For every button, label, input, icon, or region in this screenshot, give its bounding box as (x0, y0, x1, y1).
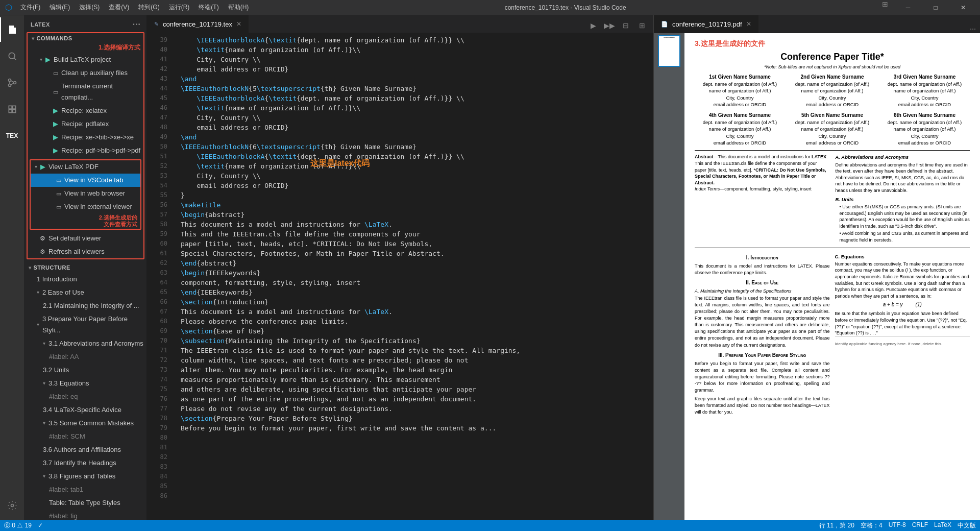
struct-label-fig[interactable]: #label: fig (24, 510, 146, 520)
pdf-tab-bar: 📄 conference_101719.pdf ✕ ⋯ (654, 15, 980, 33)
pdf-thumbnail-1[interactable]: Conference Paper (658, 35, 680, 67)
view-vscode-icon: ▭ (56, 175, 61, 186)
struct-label-tab1[interactable]: #label: tab1 (24, 483, 146, 496)
minimize-button[interactable]: ─ (896, 0, 920, 15)
view-latex-item[interactable]: ▾ ▶ View LaTeX PDF (31, 160, 140, 174)
title-bar: ⬡ 文件(F) 编辑(E) 选择(S) 查看(V) 转到(G) 运行(R) 终端… (0, 0, 980, 15)
menu-run[interactable]: 运行(R) (165, 3, 194, 12)
pdf-col-right: C. Equations Number equations consecutiv… (835, 251, 970, 418)
menu-view[interactable]: 查看(V) (105, 3, 133, 12)
structure-section-label[interactable]: ▾ STRUCTURE (24, 262, 146, 273)
pdf-subtitle: *Note: Sub-titles are not captured in Xp… (695, 64, 970, 69)
struct-abbreviations[interactable]: ▾ 3.1 Abbreviations and Acronyms (24, 337, 146, 350)
activity-settings[interactable] (0, 493, 24, 518)
view-web-item[interactable]: ▶ ▭ View in web browser (31, 187, 140, 200)
struct-authors[interactable]: 3.6 Authors and Affiliations (24, 443, 146, 456)
struct-common-mistakes[interactable]: ▾ 3.5 Some Common Mistakes (24, 417, 146, 430)
status-right: 行 11，第 20 空格：4 UTF-8 CRLF LaTeX 中文版 (819, 521, 976, 530)
pdf-abstract-left: Abstract—This document is a model and in… (695, 154, 829, 244)
activity-extensions[interactable] (0, 97, 24, 122)
compile-all-button[interactable]: ▶▶ (602, 18, 617, 33)
editor-area: ✎ conference_101719.tex ✕ ▶ ▶▶ ⊟ ⊞ 39404… (147, 15, 653, 520)
pdf-more-icon[interactable]: ⋯ (970, 26, 976, 33)
sidebar-more-icon[interactable]: ⋯ (132, 19, 141, 29)
git-branch[interactable]: ⓪ 0 △ 19 (4, 521, 32, 530)
cmd-pdf-bib[interactable]: ▶ ▶ Recipe: pdf->bib->pdf->pdf (28, 144, 143, 157)
menu-help[interactable]: 帮助(H) (224, 3, 253, 12)
pdf-icon: 📄 (661, 21, 668, 28)
view-vscode-item[interactable]: ▶ ▭ View in VSCode tab (31, 174, 140, 187)
pdf-author-3: 3rd Given Name Surname dept. name of org… (879, 74, 970, 108)
struct-units[interactable]: 3.2 Units (24, 364, 146, 377)
cmd-xelatex[interactable]: ▶ ▶ Recipe: xelatex (28, 104, 143, 117)
locale[interactable]: 中文版 (958, 521, 976, 530)
line-ending[interactable]: CRLF (912, 521, 928, 530)
refresh-all-item[interactable]: ⚙ Refresh all viewers (28, 245, 143, 258)
pdf-tab[interactable]: 📄 conference_101719.pdf ✕ (654, 15, 758, 33)
commands-annotation-box: ▾ COMMANDS 1.选择编译方式 ▾ ▶ Build LaTeX proj… (27, 32, 144, 259)
pdf-close-icon[interactable]: ✕ (746, 20, 751, 28)
indentation[interactable]: 空格：4 (861, 521, 883, 530)
cmd-cleanup[interactable]: ▶ ▭ Clean up auxiliary files (28, 66, 143, 80)
menu-select[interactable]: 选择(S) (75, 3, 104, 12)
layout-icon[interactable]: ⊞ (878, 0, 892, 15)
view-external-icon: ▭ (56, 201, 61, 212)
close-button[interactable]: ✕ (951, 0, 975, 15)
tex-tab[interactable]: ✎ conference_101719.tex ✕ (147, 15, 249, 33)
pdf-authors-row1: 1st Given Name Surname dept. name of org… (695, 74, 970, 108)
tex-close-icon[interactable]: ✕ (236, 20, 241, 28)
menu-file[interactable]: 文件(F) (16, 3, 44, 12)
svg-rect-11 (12, 106, 15, 109)
layout-button[interactable]: ⊞ (635, 18, 649, 33)
view-latex-icon: ▶ (40, 161, 45, 173)
struct-label-aa[interactable]: #label: AA (24, 350, 146, 364)
commands-section-label[interactable]: ▾ COMMANDS (28, 33, 143, 43)
pdf-author-5: 5th Given Name Surname dept. name of org… (787, 112, 877, 146)
struct-label-eq[interactable]: #label: eq (24, 390, 146, 403)
activity-source-control[interactable] (0, 70, 24, 95)
activity-search[interactable] (0, 44, 24, 68)
activity-explorer[interactable] (0, 17, 24, 42)
encoding[interactable]: UTF-8 (889, 521, 906, 530)
cmd-pdflatex[interactable]: ▶ ▶ Recipe: pdflatex (28, 117, 143, 131)
struct-figures[interactable]: ▾ 3.8 Figures and Tables (24, 470, 146, 483)
menu-terminal[interactable]: 终端(T) (194, 3, 223, 12)
struct-table-type[interactable]: Table: Table Type Styles (24, 496, 146, 510)
refresh-all-icon: ⚙ (40, 246, 45, 257)
struct-introduction[interactable]: 1 Introduction (24, 273, 146, 286)
cmd-terminate[interactable]: ▶ ▭ Terminate current compilati... (28, 80, 143, 104)
struct-label-scm[interactable]: #label: SCM (24, 430, 146, 443)
view-annotation-box: ▾ ▶ View LaTeX PDF ▶ ▭ View in VSCode ta… (30, 159, 141, 230)
svg-point-14 (11, 504, 13, 507)
struct-ease-of-use[interactable]: ▾ 2 Ease of Use (24, 286, 146, 299)
activity-tex[interactable]: TEX (0, 124, 24, 148)
tab-actions: ▶ ▶▶ ⊟ ⊞ (586, 18, 653, 33)
svg-line-3 (14, 58, 16, 60)
view-web-icon: ▭ (56, 188, 61, 199)
split-editor-button[interactable]: ⊟ (619, 18, 633, 33)
structure-arrow: ▾ (29, 265, 32, 271)
cmd-xe-bib[interactable]: ▶ ▶ Recipe: xe->bib->xe->xe (28, 131, 143, 144)
compile-button[interactable]: ▶ (586, 18, 600, 33)
set-default-item[interactable]: ⚙ Set default viewer (28, 232, 143, 245)
ease-arrow: ▾ (37, 287, 39, 298)
svg-point-5 (8, 84, 11, 87)
language-mode[interactable]: LaTeX (934, 521, 951, 530)
menu-edit[interactable]: 编辑(E) (45, 3, 74, 12)
struct-headings[interactable]: 3.7 Identify the Headings (24, 456, 146, 470)
title-bar-left: ⬡ 文件(F) 编辑(E) 选择(S) 查看(V) 转到(G) 运行(R) 终端… (5, 3, 253, 12)
pdf-author-6: 6th Given Name Surname dept. name of org… (879, 112, 970, 146)
struct-prepare[interactable]: ▾ 3 Prepare Your Paper Before Styli... (24, 312, 146, 337)
status-bar: ⓪ 0 △ 19 ✓ 行 11，第 20 空格：4 UTF-8 CRLF LaT… (0, 520, 980, 531)
struct-latex-advice[interactable]: 3.4 \LaTeX-Specific Advice (24, 403, 146, 417)
cmd-build[interactable]: ▾ ▶ Build LaTeX project (28, 53, 143, 66)
menu-goto[interactable]: 转到(G) (134, 3, 163, 12)
code-area[interactable]: \IEEEauthorblockA{\textit{dept. name of … (173, 33, 653, 520)
struct-maintaining[interactable]: 2.1 Maintaining the Integrity of ... (24, 299, 146, 312)
struct-equations[interactable]: ▾ 3.3 Equations (24, 377, 146, 390)
maximize-button[interactable]: □ (924, 0, 947, 15)
view-external-item[interactable]: ▶ ▭ View in external viewer (31, 200, 140, 213)
svg-rect-1 (11, 31, 14, 31)
sidebar-header: LATEX ⋯ (24, 15, 146, 31)
cursor-position[interactable]: 行 11，第 20 (819, 521, 854, 530)
